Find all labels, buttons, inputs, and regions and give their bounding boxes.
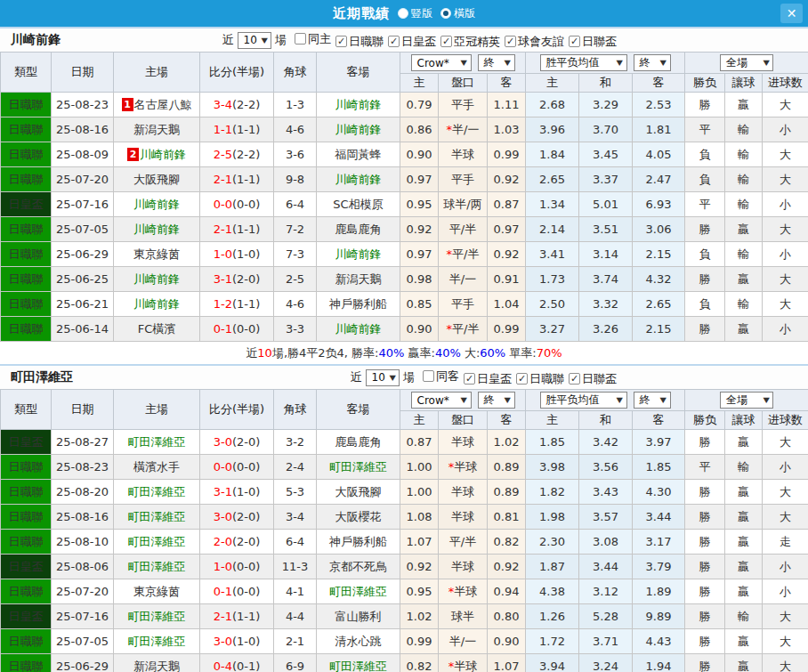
avg-lose-cell: 4.32	[633, 267, 685, 292]
competition-type-cell: 日職聯	[1, 117, 52, 142]
odds-time-select[interactable]: 終 ▼	[478, 392, 515, 409]
handicap-cell: 半/一	[439, 629, 488, 654]
avg-win-cell: 3.27	[526, 317, 579, 342]
filter-checkbox[interactable]: ✓日職聯	[516, 371, 564, 387]
score-cell: 0-0(0-0)	[200, 192, 274, 217]
competition-type-cell: 日職聯	[1, 654, 52, 672]
away-team-name: 町田澤維亞	[329, 585, 387, 598]
match-row: 日職聯 25-06-25 川崎前鋒 3-1(2-0) 2-5 新潟天鵝 0.98…	[1, 267, 808, 292]
result-wdl-cell: 平	[685, 192, 725, 217]
avg-win-cell: 1.34	[526, 192, 579, 217]
home-team-name: 川崎前鋒	[133, 198, 180, 211]
result-wdl-cell: 勝	[685, 480, 725, 505]
col-header-score: 比分(半場)	[200, 390, 274, 430]
avg-draw-cell: 3.51	[579, 217, 633, 242]
filter-checkbox[interactable]: ✓日皇盃	[464, 371, 512, 387]
away-odds-cell: 1.04	[488, 292, 526, 317]
odds-source-value: Crow*	[417, 394, 449, 407]
avg-odds-select[interactable]: 胜平负均值 ▼	[540, 392, 627, 409]
score-cell: 2-1(1-1)	[200, 167, 274, 192]
avg-win-cell: 2.50	[526, 292, 579, 317]
avg-time-select[interactable]: 終 ▼	[634, 392, 671, 409]
filter-checkbox[interactable]: ✓亞冠精英	[440, 34, 500, 50]
handicap-text: 半/一	[449, 635, 476, 648]
avg-draw-cell: 3.42	[579, 430, 633, 455]
away-odds-cell: 0.99	[488, 142, 526, 167]
away-team-name: 町田澤維亞	[329, 660, 387, 672]
title-bar: 近期戰績 豎版 橫版 ✕	[0, 0, 808, 27]
filter-checkbox[interactable]: ✓日皇盃	[388, 34, 436, 50]
home-odds-cell: 1.02	[400, 604, 439, 629]
layout-radio-horizontal[interactable]: 橫版	[440, 6, 475, 21]
summary-part: 近	[246, 346, 257, 360]
halftime-score: (1-1)	[232, 297, 260, 311]
handicap-text: 半球	[451, 560, 474, 573]
handicap-cell: 平手	[439, 93, 488, 117]
away-team-name: 町田澤維亞	[329, 460, 387, 474]
close-button[interactable]: ✕	[780, 4, 803, 23]
home-odds-cell: 0.82	[400, 654, 439, 672]
result-handicap-cell: 輸	[725, 455, 763, 480]
home-team-name: 大阪飛腳	[133, 173, 180, 186]
fulltime-score: 1-0	[214, 247, 232, 261]
competition-type-cell: 日職聯	[1, 267, 52, 292]
away-team-name: 富山勝利	[335, 610, 382, 623]
handicap-text: 平/半	[452, 322, 479, 336]
avg-lose-cell: 2.65	[633, 292, 685, 317]
checkbox-label: 亞冠精英	[454, 34, 500, 50]
odds-time-select[interactable]: 終 ▼	[478, 54, 515, 71]
home-team-name: 町田澤維亞	[128, 610, 186, 623]
odds-group-header: Crow* ▼ 終 ▼	[400, 53, 526, 74]
competition-type-cell: 日職聯	[1, 455, 52, 480]
avg-group-header: 胜平负均值 ▼ 終 ▼	[526, 53, 685, 74]
avg-draw-cell: 3.74	[579, 267, 633, 292]
match-row: 日職聯 25-06-21 川崎前鋒 1-2(1-1) 4-6 神戶勝利船 0.8…	[1, 292, 808, 317]
filter-checkbox[interactable]: 同主	[295, 31, 331, 47]
avg-win-cell: 4.38	[526, 579, 579, 604]
result-handicap-cell: 贏	[725, 629, 763, 654]
handicap-cell: 半/一	[439, 267, 488, 292]
avg-lose-cell: 3.97	[633, 430, 685, 455]
score-cell: 1-2(1-1)	[200, 292, 274, 317]
filter-checkbox[interactable]: ✓日職聯	[335, 34, 384, 50]
score-cell: 1-0(1-0)	[200, 242, 274, 267]
avg-time-select[interactable]: 終 ▼	[634, 54, 671, 71]
date-cell: 25-07-20	[52, 167, 114, 192]
match-row: 日職聯 25-06-29 新潟天鵝 0-4(0-1) 6-9 町田澤維亞 0.8…	[1, 654, 808, 672]
result-handicap-cell: 贏	[725, 480, 763, 505]
filter-checkbox[interactable]: 同客	[423, 368, 459, 385]
match-count-select[interactable]: 10 ▼	[366, 369, 400, 386]
score-cell: 3-4(2-2)	[200, 93, 274, 117]
result-handicap-cell: 輸	[725, 142, 763, 167]
match-scope-select[interactable]: 全場 ▼	[720, 54, 773, 71]
avg-odds-select[interactable]: 胜平负均值 ▼	[540, 54, 627, 71]
away-team-name: 神戶勝利船	[329, 535, 387, 548]
date-cell: 25-06-29	[52, 654, 114, 672]
date-cell: 25-08-09	[52, 142, 114, 167]
result-wdl-cell: 勝	[685, 317, 725, 342]
result-handicap-cell: 贏	[725, 555, 763, 579]
home-odds-cell: 0.92	[400, 217, 439, 242]
odds-source-select[interactable]: Crow* ▼	[411, 54, 472, 71]
competition-checkboxes: 同客✓日皇盃✓日職聯✓日聯盃	[418, 368, 617, 387]
away-team-cell: 神戶勝利船	[317, 530, 400, 555]
odds-source-value: Crow*	[417, 57, 449, 69]
away-odds-cell: 0.90	[488, 629, 526, 654]
dropdown-arrow-icon: ▼	[505, 59, 511, 67]
match-row: 日職聯 25-08-16 町田澤維亞 3-0(2-0) 3-4 大阪櫻花 1.0…	[1, 505, 808, 530]
result-wdl-cell: 平	[685, 117, 725, 142]
layout-radio-vertical[interactable]: 豎版	[398, 6, 432, 21]
match-scope-select[interactable]: 全場 ▼	[720, 392, 773, 409]
handicap-cell: *半球	[439, 654, 488, 672]
away-team-cell: 鹿島鹿角	[317, 430, 400, 455]
avg-lose-cell: 3.17	[633, 530, 685, 555]
col-header-corner: 角球	[274, 53, 317, 93]
avg-win-cell: 1.87	[526, 555, 579, 579]
filter-checkbox[interactable]: ✓日聯盃	[569, 371, 617, 387]
away-team-cell: 鹿島鹿角	[317, 217, 400, 242]
away-team-cell: 福岡黃蜂	[317, 142, 400, 167]
odds-source-select[interactable]: Crow* ▼	[411, 392, 472, 409]
filter-checkbox[interactable]: ✓日聯盃	[569, 34, 617, 50]
match-count-select[interactable]: 10 ▼	[238, 32, 271, 49]
filter-checkbox[interactable]: ✓球會友誼	[505, 34, 564, 50]
